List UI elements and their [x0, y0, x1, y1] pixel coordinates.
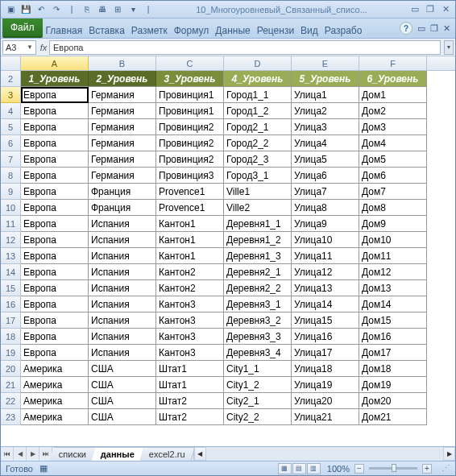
cell[interactable]: Деревня2_1 — [224, 264, 292, 280]
cell[interactable]: Улица7 — [292, 184, 359, 200]
row-header[interactable]: 15 — [1, 280, 21, 296]
formula-input[interactable]: Европа — [49, 40, 441, 55]
view-pagebreak-icon[interactable]: ▥ — [307, 463, 321, 474]
restore-icon[interactable]: ❐ — [424, 4, 437, 15]
cell[interactable]: Испания — [89, 280, 156, 296]
close-icon[interactable]: ✕ — [439, 4, 452, 15]
cell[interactable]: Ville1 — [224, 184, 292, 200]
cell[interactable]: Улица10 — [292, 232, 359, 248]
cell[interactable]: Провинция1 — [156, 103, 224, 119]
select-all-corner[interactable] — [1, 56, 21, 70]
fx-icon[interactable]: fx — [38, 43, 49, 52]
zoom-in-icon[interactable]: + — [422, 464, 432, 474]
cell[interactable]: Дом3 — [359, 119, 427, 135]
ribbon-tab[interactable]: Вид — [297, 19, 321, 38]
ribbon-tab[interactable]: Разрабо — [321, 19, 366, 38]
row-header[interactable]: 21 — [1, 377, 21, 393]
row-header[interactable]: 3 — [1, 87, 21, 103]
header-cell[interactable]: 5_Уровень — [292, 71, 359, 87]
cell[interactable]: Город2_2 — [224, 135, 292, 151]
cell[interactable]: Америка — [21, 377, 89, 393]
cell[interactable]: Улица14 — [292, 296, 359, 313]
cell[interactable]: Улица3 — [292, 119, 359, 135]
row-header[interactable]: 5 — [1, 119, 21, 135]
cell[interactable]: Улица13 — [292, 280, 359, 296]
cell[interactable]: Улица17 — [292, 345, 359, 361]
cell[interactable]: Испания — [89, 345, 156, 361]
cell[interactable]: Провинция2 — [156, 119, 224, 135]
header-cell[interactable]: 1_Уровень — [21, 71, 89, 87]
cell[interactable]: Провинция1 — [156, 87, 224, 103]
cell[interactable]: Улица21 — [292, 409, 359, 425]
cell[interactable]: Дом16 — [359, 329, 427, 345]
chevron-down-icon[interactable]: ▼ — [27, 43, 33, 51]
cell[interactable]: Европа — [21, 103, 89, 119]
row-header[interactable]: 2 — [1, 71, 21, 87]
header-cell[interactable]: 6_Уровень — [359, 71, 427, 87]
column-header[interactable]: F — [359, 56, 427, 70]
cell[interactable]: Дом5 — [359, 151, 427, 168]
qat-icon[interactable]: ⊞ — [111, 3, 124, 16]
row-header[interactable]: 14 — [1, 264, 21, 280]
cell[interactable]: Деревня2_2 — [224, 280, 292, 296]
cell[interactable]: Кантон2 — [156, 264, 224, 280]
cell[interactable]: Испания — [89, 296, 156, 313]
row-header[interactable]: 12 — [1, 232, 21, 248]
cell[interactable]: Город2_1 — [224, 119, 292, 135]
cell[interactable]: Кантон1 — [156, 248, 224, 264]
sheet-tab[interactable]: данные — [92, 447, 144, 461]
view-normal-icon[interactable]: ▦ — [278, 463, 292, 474]
sheet-nav-prev-icon[interactable]: ◀ — [14, 447, 27, 461]
cell[interactable]: Америка — [21, 393, 89, 409]
sheet-nav-first-icon[interactable]: ⏮ — [1, 447, 14, 461]
cell[interactable]: Кантон2 — [156, 280, 224, 296]
row-header[interactable]: 7 — [1, 151, 21, 168]
cell[interactable]: Кантон3 — [156, 345, 224, 361]
cell[interactable]: Германия — [89, 103, 156, 119]
cell[interactable]: City1_1 — [224, 361, 292, 377]
ribbon-tab[interactable]: Вставка — [85, 19, 128, 38]
cell[interactable]: Улица2 — [292, 103, 359, 119]
scroll-left-icon[interactable]: ◀ — [194, 447, 206, 461]
column-header[interactable]: E — [292, 56, 359, 70]
cell[interactable]: Кантон3 — [156, 296, 224, 313]
cell[interactable]: Ville2 — [224, 200, 292, 216]
cell[interactable]: Европа — [21, 248, 89, 264]
cell[interactable]: Германия — [89, 135, 156, 151]
column-header[interactable]: D — [224, 56, 292, 70]
cell[interactable]: Дом10 — [359, 232, 427, 248]
cell[interactable]: Испания — [89, 232, 156, 248]
cell[interactable]: Штат1 — [156, 361, 224, 377]
cell[interactable]: City1_2 — [224, 377, 292, 393]
cell[interactable]: Деревня1_1 — [224, 216, 292, 232]
cell[interactable]: Испания — [89, 313, 156, 329]
column-header[interactable]: B — [89, 56, 156, 70]
save-icon[interactable]: 💾 — [19, 3, 32, 16]
cell[interactable]: Улица9 — [292, 216, 359, 232]
cell[interactable]: Испания — [89, 264, 156, 280]
row-header[interactable]: 18 — [1, 329, 21, 345]
cell[interactable]: Дом12 — [359, 264, 427, 280]
cell[interactable]: Дом7 — [359, 184, 427, 200]
cell[interactable]: Германия — [89, 168, 156, 184]
cell[interactable]: Америка — [21, 361, 89, 377]
cell[interactable]: Provence1 — [156, 184, 224, 200]
view-layout-icon[interactable]: ▤ — [292, 463, 306, 474]
cell[interactable]: Испания — [89, 248, 156, 264]
sheet-tab[interactable]: списки — [50, 447, 97, 461]
row-header[interactable]: 13 — [1, 248, 21, 264]
row-header[interactable]: 22 — [1, 393, 21, 409]
horizontal-scrollbar[interactable]: ◀ ▶ — [193, 447, 455, 461]
qat-dropdown-icon[interactable]: ▾ — [126, 3, 139, 16]
cell[interactable]: Штат2 — [156, 409, 224, 425]
zoom-slider[interactable] — [369, 467, 417, 470]
cell[interactable]: Дом1 — [359, 87, 427, 103]
help-icon[interactable]: ? — [400, 22, 412, 35]
row-header[interactable]: 23 — [1, 409, 21, 425]
row-header[interactable]: 10 — [1, 200, 21, 216]
resize-grip-icon[interactable]: ⋰ — [441, 463, 450, 474]
cell[interactable]: Улица18 — [292, 361, 359, 377]
cell[interactable]: США — [89, 393, 156, 409]
cell[interactable]: City2_1 — [224, 393, 292, 409]
undo-icon[interactable]: ↶ — [35, 3, 48, 16]
